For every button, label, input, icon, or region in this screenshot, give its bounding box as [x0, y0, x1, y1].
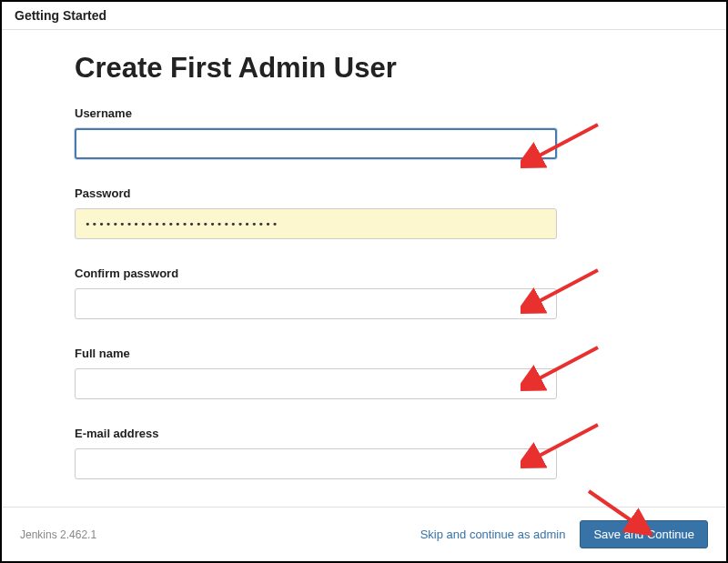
confirm-password-label: Confirm password	[75, 266, 653, 280]
header-title: Getting Started	[15, 8, 106, 23]
save-and-continue-button[interactable]: Save and Continue	[580, 520, 708, 548]
main-content: Create First Admin User Username Passwor…	[2, 30, 726, 479]
full-name-group: Full name	[75, 347, 653, 399]
confirm-password-input[interactable]	[75, 288, 557, 319]
page-title: Create First Admin User	[75, 52, 653, 85]
footer-actions: Skip and continue as admin Save and Cont…	[420, 520, 708, 548]
username-input[interactable]	[75, 128, 557, 159]
full-name-label: Full name	[75, 347, 653, 360]
username-label: Username	[75, 106, 653, 120]
password-label: Password	[75, 186, 653, 200]
footer: Jenkins 2.462.1 Skip and continue as adm…	[2, 507, 726, 561]
password-input[interactable]	[75, 208, 557, 239]
header: Getting Started	[2, 2, 726, 30]
email-input[interactable]	[75, 448, 557, 479]
email-group: E-mail address	[75, 427, 653, 479]
password-group: Password	[75, 186, 653, 239]
confirm-password-group: Confirm password	[75, 266, 653, 319]
username-group: Username	[75, 106, 653, 159]
full-name-input[interactable]	[75, 368, 557, 399]
skip-link[interactable]: Skip and continue as admin	[420, 528, 566, 541]
version-text: Jenkins 2.462.1	[20, 528, 96, 541]
email-label: E-mail address	[75, 427, 653, 440]
